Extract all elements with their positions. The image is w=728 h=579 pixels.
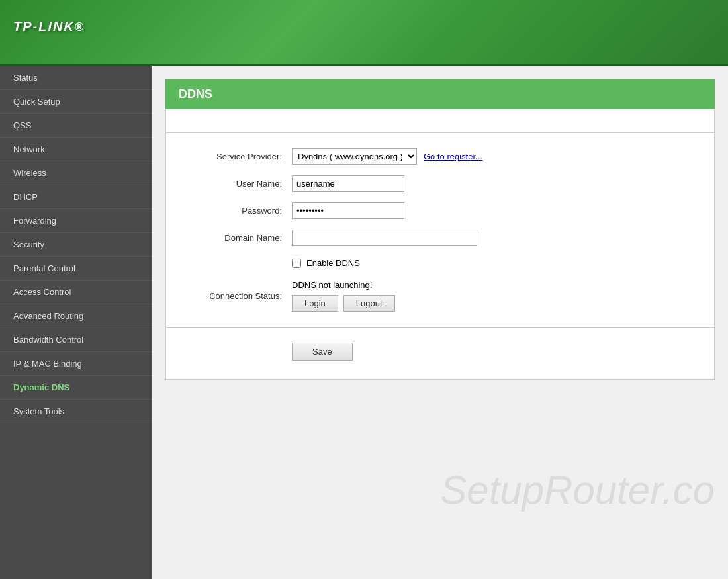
sidebar-item-forwarding[interactable]: Forwarding (0, 209, 152, 233)
logo-sup: ® (75, 21, 85, 34)
sidebar-item-dhcp[interactable]: DHCP (0, 185, 152, 209)
login-button[interactable]: Login (292, 295, 338, 312)
sidebar-item-quick-setup[interactable]: Quick Setup (0, 90, 152, 114)
sidebar-item-security[interactable]: Security (0, 233, 152, 257)
sidebar-item-parental-control[interactable]: Parental Control (0, 257, 152, 281)
enable-ddns-checkbox[interactable] (292, 259, 301, 268)
save-row: Save (166, 337, 714, 366)
sidebar-item-advanced-routing[interactable]: Advanced Routing (0, 304, 152, 328)
connection-status-info: DDNS not launching! Login Logout (292, 280, 395, 312)
domain-name-label: Domain Name: (186, 233, 292, 243)
main-layout: Status Quick Setup QSS Network Wireless … (0, 66, 728, 579)
sidebar-item-system-tools[interactable]: System Tools (0, 400, 152, 423)
ddns-form: Service Provider: Dyndns ( www.dyndns.or… (165, 109, 715, 380)
sidebar-item-ip-mac-binding[interactable]: IP & MAC Binding (0, 352, 152, 376)
sidebar-item-wireless[interactable]: Wireless (0, 161, 152, 185)
service-provider-label: Service Provider: (186, 152, 292, 161)
enable-ddns-label: Enable DDNS (306, 258, 360, 268)
user-name-row: User Name: (166, 170, 714, 197)
go-to-register-link[interactable]: Go to register... (424, 152, 482, 161)
logo: TP-LINK® (13, 18, 85, 46)
user-name-label: User Name: (186, 179, 292, 189)
domain-name-input[interactable] (292, 230, 477, 246)
logo-text: TP-LINK (13, 19, 75, 34)
watermark: SetupRouter.co (440, 467, 715, 513)
service-provider-select[interactable]: Dyndns ( www.dyndns.org ) (292, 148, 417, 165)
enable-ddns-row: Enable DDNS (166, 251, 714, 275)
password-label: Password: (186, 206, 292, 216)
sidebar-item-network[interactable]: Network (0, 138, 152, 161)
password-input[interactable] (292, 202, 404, 219)
connection-status-label: Connection Status: (186, 291, 292, 301)
page-title: DDNS (165, 79, 715, 109)
sidebar: Status Quick Setup QSS Network Wireless … (0, 66, 152, 579)
connection-status-row: Connection Status: DDNS not launching! L… (166, 275, 714, 317)
password-row: Password: (166, 197, 714, 224)
sidebar-item-access-control[interactable]: Access Control (0, 281, 152, 304)
sidebar-item-qss[interactable]: QSS (0, 114, 152, 138)
logout-button[interactable]: Logout (343, 295, 395, 312)
service-provider-row: Service Provider: Dyndns ( www.dyndns.or… (166, 143, 714, 170)
domain-name-row: Domain Name: (166, 224, 714, 251)
save-button[interactable]: Save (292, 343, 353, 361)
sidebar-item-status[interactable]: Status (0, 66, 152, 90)
connection-status-value: DDNS not launching! (292, 280, 395, 290)
sidebar-item-bandwidth-control[interactable]: Bandwidth Control (0, 328, 152, 352)
user-name-input[interactable] (292, 175, 404, 192)
sidebar-item-dynamic-dns[interactable]: Dynamic DNS (0, 376, 152, 400)
login-logout-buttons: Login Logout (292, 295, 395, 312)
header: TP-LINK® (0, 0, 728, 66)
content-area: DDNS Service Provider: Dyndns ( www.dynd… (152, 66, 728, 579)
